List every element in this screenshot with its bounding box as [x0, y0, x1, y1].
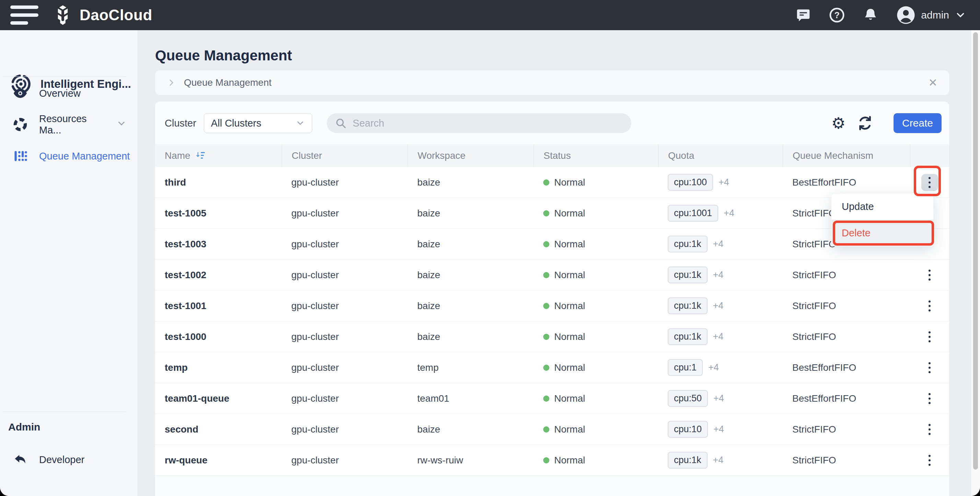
- page-title: Queue Management: [155, 47, 292, 64]
- top-bar: DaoCloud ?: [0, 0, 980, 30]
- sidebar-item-queue-management[interactable]: Queue Management: [0, 145, 138, 167]
- status-dot: [543, 180, 549, 186]
- brand: DaoCloud: [52, 5, 152, 26]
- status-dot: [543, 303, 549, 309]
- cluster-select-value: All Clusters: [211, 118, 261, 129]
- sidebar-item-overview[interactable]: Overview: [0, 82, 138, 105]
- topbar-actions: ? admin: [795, 5, 966, 25]
- app-screen: DaoCloud ?: [0, 0, 980, 496]
- sidebar-item-label: Resources Ma...: [39, 113, 105, 136]
- sidebar-item-developer[interactable]: Developer: [0, 448, 138, 471]
- column-header-cluster[interactable]: Cluster: [282, 144, 408, 167]
- column-header-workspace[interactable]: Workspace: [408, 144, 534, 167]
- sidebar: Intelligent Engi... Overview Resources M…: [0, 30, 138, 496]
- table-row: rw-queue gpu-cluster rw-ws-ruiw Normal c…: [155, 445, 949, 476]
- quota-chip: cpu:1k: [668, 267, 708, 283]
- table-toolbar: Cluster All Clusters ⚙: [155, 113, 949, 133]
- status-badge: Normal: [534, 239, 658, 250]
- avatar-icon: [896, 5, 915, 25]
- row-actions-kebab-icon[interactable]: [921, 267, 938, 284]
- table-row: test-1000 gpu-cluster baize Normal cpu:1…: [155, 321, 949, 352]
- quota-chip: cpu:50: [668, 390, 708, 407]
- status-dot: [543, 365, 549, 371]
- quota-more[interactable]: +4: [713, 424, 724, 435]
- quota-more[interactable]: +4: [708, 362, 719, 373]
- quota-more[interactable]: +4: [713, 300, 724, 311]
- sidebar-item-label: Queue Management: [39, 151, 130, 162]
- quota-more[interactable]: +4: [713, 239, 724, 250]
- quota-more[interactable]: +4: [724, 208, 734, 218]
- row-actions-kebab-icon[interactable]: [921, 174, 938, 191]
- quota-more[interactable]: +4: [713, 455, 724, 466]
- quota-more[interactable]: +4: [713, 331, 724, 342]
- quota-more[interactable]: +4: [713, 393, 724, 404]
- create-button[interactable]: Create: [894, 113, 942, 133]
- table-row: temp gpu-cluster temp Normal cpu:1+4 Bes…: [155, 352, 949, 383]
- toolbar-icons: ⚙ Create: [831, 113, 942, 133]
- table-row: test-1001 gpu-cluster baize Normal cpu:1…: [155, 291, 949, 321]
- row-actions-kebab-icon[interactable]: [921, 328, 938, 345]
- feedback-icon[interactable]: [795, 7, 811, 23]
- help-icon[interactable]: ?: [829, 7, 845, 23]
- sidebar-divider: [3, 76, 126, 77]
- column-header-actions: [910, 144, 949, 167]
- status-badge: Normal: [534, 393, 658, 404]
- search-icon: [335, 117, 347, 129]
- search-input[interactable]: [352, 117, 623, 129]
- user-menu[interactable]: admin: [896, 5, 966, 25]
- brand-name: DaoCloud: [80, 6, 152, 24]
- breadcrumb-label: Queue Management: [184, 77, 271, 88]
- status-badge: Normal: [534, 300, 658, 312]
- quota-chip: cpu:1k: [668, 297, 708, 314]
- column-header-status[interactable]: Status: [534, 144, 658, 167]
- table-row: test-1002 gpu-cluster baize Normal cpu:1…: [155, 260, 949, 291]
- close-icon[interactable]: ✕: [928, 77, 937, 88]
- status-badge: Normal: [534, 455, 658, 466]
- quota-chip: cpu:1k: [668, 328, 708, 345]
- table-body: third gpu-cluster baize Normal cpu:100+4…: [155, 167, 949, 476]
- status-badge: Normal: [534, 208, 658, 219]
- developer-back-icon: [12, 452, 28, 467]
- column-header-name[interactable]: Name: [155, 144, 282, 167]
- row-context-menu: Update Delete: [831, 193, 934, 246]
- quota-chip: cpu:100: [668, 174, 713, 191]
- status-dot: [543, 457, 549, 463]
- row-actions-kebab-icon[interactable]: [921, 297, 938, 315]
- table-row: third gpu-cluster baize Normal cpu:100+4…: [155, 167, 949, 198]
- context-menu-update[interactable]: Update: [831, 194, 933, 219]
- daocloud-logo-icon: [52, 5, 73, 26]
- column-header-quota[interactable]: Quota: [658, 144, 783, 167]
- cluster-select[interactable]: All Clusters: [204, 113, 312, 133]
- status-dot: [543, 210, 549, 216]
- vertical-scrollbar[interactable]: [971, 30, 980, 496]
- main-content: Queue Management Queue Management ✕ Clus…: [138, 30, 971, 496]
- column-header-queue-mechanism[interactable]: Queue Mechanism: [783, 144, 910, 167]
- status-badge: Normal: [534, 177, 658, 188]
- row-actions-kebab-icon[interactable]: [921, 452, 938, 469]
- queue-table: Name Cluster Workspace Status: [155, 144, 949, 476]
- quota-more[interactable]: +4: [719, 177, 729, 188]
- eye-icon: [12, 86, 28, 101]
- status-badge: Normal: [534, 424, 658, 435]
- row-actions-kebab-icon[interactable]: [921, 359, 938, 376]
- status-badge: Normal: [534, 362, 658, 373]
- context-menu-delete[interactable]: Delete: [831, 220, 933, 246]
- table-row: second gpu-cluster baize Normal cpu:10+4…: [155, 414, 949, 445]
- table-row: test-1003 gpu-cluster baize Normal cpu:1…: [155, 229, 949, 260]
- chevron-down-icon: [116, 118, 127, 131]
- sidebar-item-resources[interactable]: Resources Ma...: [0, 113, 138, 136]
- svg-text:?: ?: [835, 10, 840, 20]
- quota-more[interactable]: +4: [713, 270, 724, 280]
- scrollbar-thumb[interactable]: [973, 32, 978, 470]
- sort-desc-icon[interactable]: [195, 150, 206, 161]
- settings-gear-icon[interactable]: ⚙: [831, 115, 845, 131]
- user-name: admin: [921, 9, 949, 21]
- row-actions-kebab-icon[interactable]: [921, 421, 938, 438]
- refresh-icon[interactable]: [857, 115, 873, 131]
- table-row: team01-queue gpu-cluster team01 Normal c…: [155, 383, 949, 414]
- notifications-bell-icon[interactable]: [863, 7, 878, 23]
- quota-chip: cpu:10: [668, 421, 708, 438]
- hamburger-menu-icon[interactable]: [10, 5, 39, 26]
- queue-management-icon: [12, 148, 28, 164]
- row-actions-kebab-icon[interactable]: [921, 390, 938, 407]
